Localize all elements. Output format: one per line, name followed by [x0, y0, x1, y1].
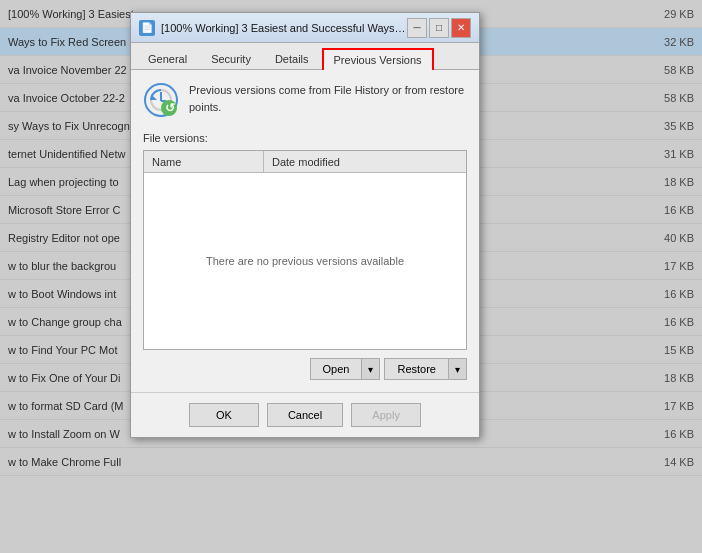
table-empty-message: There are no previous versions available [144, 173, 466, 349]
tab-previous-versions[interactable]: Previous Versions [322, 48, 434, 70]
history-icon: ↺ [143, 82, 179, 118]
dialog-icon: 📄 [139, 20, 155, 36]
close-button[interactable]: ✕ [451, 18, 471, 38]
tab-bar: General Security Details Previous Versio… [131, 43, 479, 70]
info-description: Previous versions come from File History… [189, 82, 467, 115]
apply-button[interactable]: Apply [351, 403, 421, 427]
table-header: Name Date modified [144, 151, 466, 173]
tab-security[interactable]: Security [200, 48, 262, 70]
column-header-date: Date modified [264, 151, 466, 172]
restore-dropdown-button[interactable]: ▾ [449, 358, 467, 380]
open-dropdown-button[interactable]: ▾ [362, 358, 380, 380]
open-button[interactable]: Open [310, 358, 363, 380]
cancel-button[interactable]: Cancel [267, 403, 343, 427]
info-section: ↺ Previous versions come from File Histo… [143, 82, 467, 118]
file-versions-label: File versions: [143, 132, 467, 144]
file-versions-table: Name Date modified There are no previous… [143, 150, 467, 350]
maximize-button[interactable]: □ [429, 18, 449, 38]
properties-dialog: 📄 [100% Working] 3 Easiest and Successfu… [130, 12, 480, 438]
title-bar-buttons: ─ □ ✕ [407, 18, 471, 38]
restore-button[interactable]: Restore [384, 358, 449, 380]
title-bar: 📄 [100% Working] 3 Easiest and Successfu… [131, 13, 479, 43]
dialog-content: ↺ Previous versions come from File Histo… [131, 70, 479, 392]
dialog-title: [100% Working] 3 Easiest and Successful … [161, 22, 407, 34]
tab-general[interactable]: General [137, 48, 198, 70]
bottom-buttons: OK Cancel Apply [131, 392, 479, 437]
tab-details[interactable]: Details [264, 48, 320, 70]
column-header-name: Name [144, 151, 264, 172]
svg-marker-1 [151, 94, 157, 100]
svg-text:↺: ↺ [165, 101, 175, 115]
action-buttons-row: Open ▾ Restore ▾ [143, 358, 467, 380]
minimize-button[interactable]: ─ [407, 18, 427, 38]
open-split-button: Open ▾ [310, 358, 381, 380]
ok-button[interactable]: OK [189, 403, 259, 427]
restore-split-button: Restore ▾ [384, 358, 467, 380]
